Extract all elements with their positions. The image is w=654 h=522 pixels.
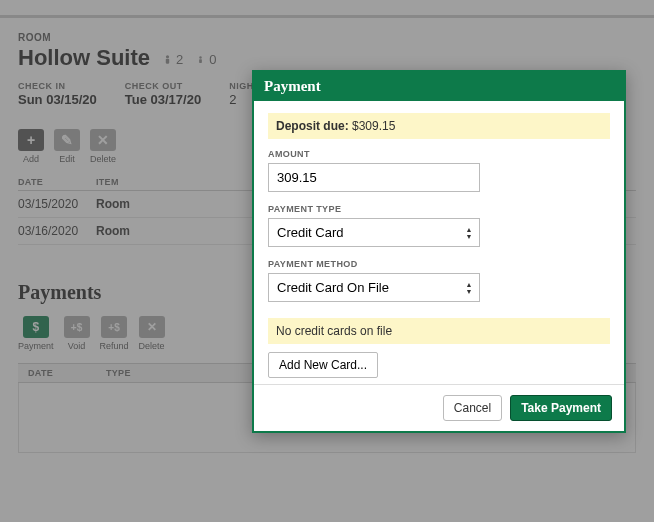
payment-method-label: PAYMENT METHOD [268, 259, 610, 269]
amount-input[interactable] [268, 163, 480, 192]
modal-title: Payment [254, 72, 624, 101]
deposit-due-banner: Deposit due: $309.15 [268, 113, 610, 139]
add-new-card-button[interactable]: Add New Card... [268, 352, 378, 378]
cancel-button[interactable]: Cancel [443, 395, 502, 421]
amount-label: AMOUNT [268, 149, 610, 159]
payment-method-select[interactable]: Credit Card On File [268, 273, 480, 302]
payment-type-select[interactable]: Credit Card [268, 218, 480, 247]
take-payment-button[interactable]: Take Payment [510, 395, 612, 421]
payment-modal: Payment Deposit due: $309.15 AMOUNT PAYM… [252, 70, 626, 433]
no-cards-banner: No credit cards on file [268, 318, 610, 344]
payment-type-label: PAYMENT TYPE [268, 204, 610, 214]
